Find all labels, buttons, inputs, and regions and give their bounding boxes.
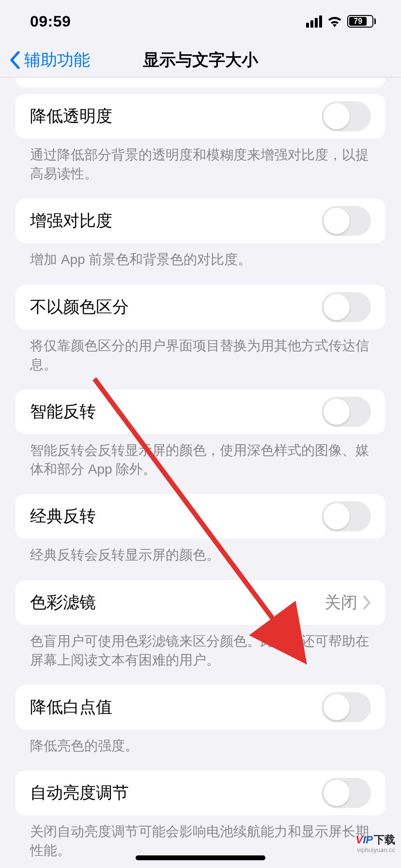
- status-time: 09:59: [30, 13, 71, 31]
- row-label: 降低透明度: [30, 105, 112, 127]
- home-indicator: [136, 855, 265, 860]
- group-reduce-transparency: 降低透明度 通过降低部分背景的透明度和模糊度来增强对比度，以提高易读性。: [15, 94, 386, 183]
- group-smart-invert: 智能反转 智能反转会反转显示屏的颜色，使用深色样式的图像、媒体和部分 App 除…: [15, 389, 386, 479]
- previous-group-edge: [15, 78, 386, 87]
- row-reduce-white-point[interactable]: 降低白点值: [15, 685, 386, 729]
- settings-list: 降低透明度 通过降低部分背景的透明度和模糊度来增强对比度，以提高易读性。 增强对…: [0, 78, 401, 860]
- row-label: 自动亮度调节: [30, 782, 129, 804]
- back-label: 辅助功能: [24, 49, 90, 71]
- toggle-increase-contrast[interactable]: [322, 206, 371, 236]
- group-increase-contrast: 增强对比度 增加 App 前景色和背景色的对比度。: [15, 199, 386, 269]
- row-description: 经典反转会反转显示屏的颜色。: [15, 539, 386, 564]
- toggle-classic-invert[interactable]: [322, 501, 371, 531]
- group-diff-without-color: 不以颜色区分 将仅靠颜色区分的用户界面项目替换为用其他方式传达信息。: [15, 285, 386, 374]
- cellular-signal-icon: [306, 16, 322, 28]
- row-detail: 关闭: [324, 591, 371, 614]
- row-label: 降低白点值: [30, 696, 112, 718]
- toggle-reduce-white-point[interactable]: [322, 692, 371, 722]
- row-classic-invert[interactable]: 经典反转: [15, 494, 386, 539]
- row-label: 不以颜色区分: [30, 296, 129, 318]
- group-color-filters: 色彩滤镜 关闭 色盲用户可使用色彩滤镜来区分颜色。此功能还可帮助在屏幕上阅读文本…: [15, 580, 386, 669]
- toggle-reduce-transparency[interactable]: [322, 101, 371, 131]
- chevron-left-icon: [10, 51, 20, 69]
- chevron-right-icon: [363, 596, 371, 609]
- row-smart-invert[interactable]: 智能反转: [15, 389, 386, 434]
- row-description: 色盲用户可使用色彩滤镜来区分颜色。此功能还可帮助在屏幕上阅读文本有困难的用户。: [15, 625, 386, 669]
- row-description: 将仅靠颜色区分的用户界面项目替换为用其他方式传达信息。: [15, 329, 386, 374]
- toggle-smart-invert[interactable]: [322, 397, 371, 427]
- status-indicators: 79: [306, 15, 376, 28]
- row-label: 经典反转: [30, 505, 96, 527]
- row-label: 色彩滤镜: [30, 591, 96, 614]
- row-description: 通过降低部分背景的透明度和模糊度来增强对比度，以提高易读性。: [15, 139, 386, 183]
- row-auto-brightness[interactable]: 自动亮度调节: [15, 771, 386, 815]
- toggle-diff-without-color[interactable]: [322, 292, 371, 322]
- row-diff-without-color[interactable]: 不以颜色区分: [15, 285, 386, 329]
- row-increase-contrast[interactable]: 增强对比度: [15, 199, 386, 243]
- row-label: 增强对比度: [30, 210, 112, 232]
- group-reduce-white-point: 降低白点值 降低亮色的强度。: [15, 685, 386, 755]
- row-value: 关闭: [324, 591, 357, 614]
- battery-icon: 79: [347, 15, 376, 28]
- row-description: 降低亮色的强度。: [15, 729, 386, 755]
- row-reduce-transparency[interactable]: 降低透明度: [15, 94, 386, 139]
- group-auto-brightness: 自动亮度调节 关闭自动亮度调节可能会影响电池续航能力和显示屏长期性能。: [15, 771, 386, 860]
- row-label: 智能反转: [30, 401, 96, 423]
- watermark: VIP下载 viphuiyuan.cc: [356, 833, 395, 853]
- navigation-bar: 辅助功能 显示与文字大小: [0, 43, 401, 78]
- back-button[interactable]: 辅助功能: [10, 49, 90, 71]
- battery-percent: 79: [349, 17, 367, 26]
- row-description: 增加 App 前景色和背景色的对比度。: [15, 243, 386, 269]
- status-bar: 09:59 79: [0, 0, 401, 43]
- group-classic-invert: 经典反转 经典反转会反转显示屏的颜色。: [15, 494, 386, 564]
- toggle-auto-brightness[interactable]: [322, 778, 371, 808]
- wifi-icon: [327, 16, 342, 27]
- row-description: 关闭自动亮度调节可能会影响电池续航能力和显示屏长期性能。: [15, 815, 386, 860]
- row-color-filters[interactable]: 色彩滤镜 关闭: [15, 580, 386, 625]
- row-description: 智能反转会反转显示屏的颜色，使用深色样式的图像、媒体和部分 App 除外。: [15, 434, 386, 479]
